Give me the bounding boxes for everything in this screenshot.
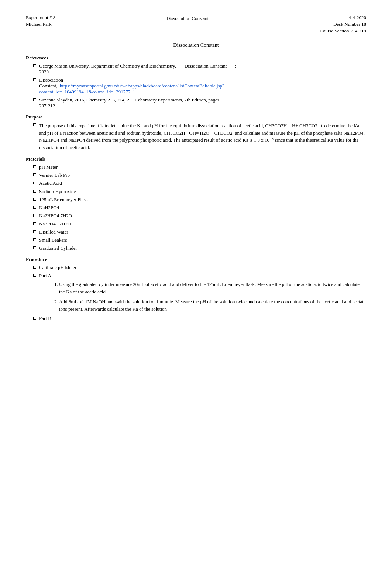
desk-label: Desk Number 18 [320, 21, 366, 27]
reference-item-3: Suzanne Slayden, 2016, Chemistry 213, 21… [26, 97, 366, 109]
purpose-heading: Purpose [26, 114, 366, 120]
step2-text: Add 8mL of .1M NaOH and swirl the soluti… [59, 299, 366, 312]
date-label: 4-4-2020 [320, 15, 366, 21]
experiment-label: Experiment # 8 [26, 15, 55, 21]
material-text: Distilled Water [39, 229, 68, 235]
material-item: Graduated Cylinder [26, 245, 366, 251]
mat-bullet [33, 198, 36, 201]
material-item: NaH2PO4 [26, 205, 366, 211]
material-item: Distilled Water [26, 229, 366, 235]
bullet-icon-1 [33, 64, 36, 67]
mat-bullet [33, 238, 36, 241]
material-text: Vernier Lab Pro [39, 172, 70, 178]
procedure-item-calibrate: Calibrate pH Meter [26, 265, 366, 270]
references-section: References George Mason University, Depa… [26, 55, 366, 109]
header-center: Dissociation Constant [166, 15, 209, 34]
material-text: Graduated Cylinder [39, 245, 77, 251]
ref-text-1: George Mason University, Department of C… [39, 63, 366, 75]
mat-bullet [33, 222, 36, 225]
header-right: 4-4-2020 Desk Number 18 Course Section 2… [320, 15, 366, 34]
ref3-text: Suzanne Slayden, 2016, Chemistry 213, 21… [39, 97, 219, 108]
ref2-line2: Constant, https://mymasonportal.gmu.edu/… [39, 83, 224, 94]
page-header: Experiment # 8 Michael Park Dissociation… [26, 15, 366, 34]
part-a-ordered-list: Using the graduated cylinder measure 20m… [48, 281, 366, 313]
course-label: Course Section 214-219 [320, 28, 366, 34]
proc-parta-label: Part A [39, 273, 51, 279]
material-text: Acetic Acid [39, 180, 62, 186]
material-text: 125mL Erlenmeyer Flask [39, 197, 88, 203]
procedure-item-parta: Part A [26, 273, 366, 279]
references-heading: References [26, 55, 366, 61]
material-item: Small Beakers [26, 237, 366, 243]
proc-bullet-2 [33, 274, 36, 277]
procedure-section: Procedure Calibrate pH Meter Part A Usin… [26, 256, 366, 321]
materials-heading: Materials [26, 156, 366, 162]
header-title: Dissociation Constant [166, 15, 209, 21]
purpose-section: Purpose The purpose of this experiment i… [26, 114, 366, 151]
material-item: Vernier Lab Pro [26, 172, 366, 178]
mat-bullet [33, 182, 36, 184]
material-text: pH Meter [39, 164, 58, 170]
ref2-line1: Dissociation [39, 77, 63, 83]
bullet-icon-3 [33, 98, 36, 101]
procedure-heading: Procedure [26, 256, 366, 262]
part-a-step-1: Using the graduated cylinder measure 20m… [59, 281, 366, 295]
mat-bullet [33, 165, 36, 168]
purpose-content: The purpose of this experiment is to det… [26, 122, 366, 151]
materials-section: Materials pH MeterVernier Lab ProAcetic … [26, 156, 366, 251]
material-text: Na3PO4.12H2O [39, 221, 71, 227]
purpose-text: The purpose of this experiment is to det… [39, 122, 366, 151]
material-item: Na2HPO4.7H2O [26, 213, 366, 219]
mat-bullet [33, 214, 36, 217]
ref2-link[interactable]: https://mymasonportal.gmu.edu/webapps/bl… [39, 83, 224, 94]
material-text: Small Beakers [39, 237, 67, 243]
material-item: Acetic Acid [26, 180, 366, 186]
materials-list: pH MeterVernier Lab ProAcetic AcidSodium… [26, 164, 366, 251]
material-text: NaH2PO4 [39, 205, 59, 211]
reference-item-1: George Mason University, Department of C… [26, 63, 366, 75]
material-text: Sodium Hydroxide [39, 189, 76, 194]
mat-bullet [33, 246, 36, 249]
proc-partb-label: Part B [39, 315, 51, 321]
material-item: 125mL Erlenmeyer Flask [26, 197, 366, 203]
material-text: Na2HPO4.7H2O [39, 213, 72, 219]
proc-bullet-1 [33, 266, 36, 269]
part-a-step-2: Add 8mL of .1M NaOH and swirl the soluti… [59, 298, 366, 313]
reference-item-2: Dissociation Constant, https://mymasonpo… [26, 77, 366, 95]
ref-text-2: Dissociation Constant, https://mymasonpo… [39, 77, 366, 95]
ref1-line1: George Mason University, Department of C… [39, 63, 237, 69]
ref-text-3: Suzanne Slayden, 2016, Chemistry 213, 21… [39, 97, 366, 109]
mat-bullet [33, 173, 36, 176]
material-item: Sodium Hydroxide [26, 189, 366, 194]
page-title: Dissociation Constant [26, 42, 366, 48]
header-divider [26, 37, 366, 37]
mat-bullet [33, 230, 36, 233]
ref1-line2: 2020. [39, 69, 50, 75]
proc-bullet-3 [33, 317, 36, 320]
student-name: Michael Park [26, 21, 55, 27]
material-item: pH Meter [26, 164, 366, 170]
bullet-icon-2 [33, 78, 36, 81]
header-left: Experiment # 8 Michael Park [26, 15, 55, 34]
proc-calibrate-text: Calibrate pH Meter [39, 265, 76, 270]
purpose-bullet-icon [33, 123, 36, 126]
material-item: Na3PO4.12H2O [26, 221, 366, 227]
step1-text: Using the graduated cylinder measure 20m… [59, 282, 360, 294]
mat-bullet [33, 206, 36, 209]
part-a-steps: Using the graduated cylinder measure 20m… [26, 281, 366, 313]
mat-bullet [33, 190, 36, 193]
procedure-item-partb: Part B [26, 315, 366, 321]
